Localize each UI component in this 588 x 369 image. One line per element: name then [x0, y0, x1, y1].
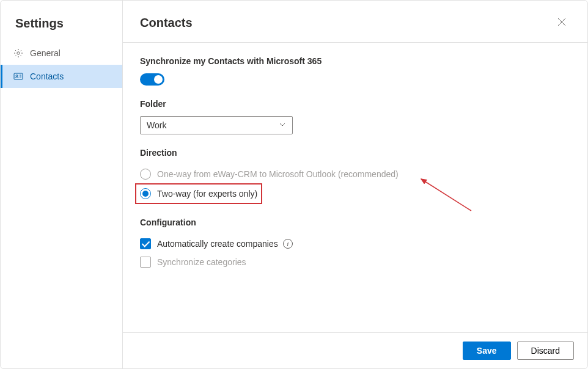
checkbox-icon: [140, 238, 151, 249]
config-auto-companies[interactable]: Automatically create companies i: [140, 235, 570, 253]
sync-label: Synchronize my Contacts with Microsoft 3…: [140, 56, 570, 66]
page-title: Contacts: [140, 16, 193, 30]
content-area: Synchronize my Contacts with Microsoft 3…: [123, 43, 587, 332]
direction-option-oneway[interactable]: One-way from eWay-CRM to Microsoft Outlo…: [140, 165, 570, 183]
sidebar-title: Settings: [1, 12, 122, 42]
radio-label: Two-way (for experts only): [157, 189, 257, 199]
checkbox-icon: [140, 257, 151, 268]
info-icon[interactable]: i: [283, 239, 293, 249]
close-button[interactable]: [553, 14, 570, 31]
sidebar-item-label: Contacts: [30, 71, 64, 81]
sync-toggle[interactable]: [140, 73, 164, 86]
discard-button[interactable]: Discard: [517, 342, 574, 360]
main-header: Contacts: [123, 1, 587, 43]
chevron-down-icon: [279, 120, 286, 130]
check-label: Automatically create companies: [157, 239, 278, 249]
footer: Save Discard: [123, 332, 587, 368]
radio-icon: [140, 188, 151, 199]
save-button[interactable]: Save: [463, 342, 511, 360]
highlight-annotation: Two-way (for experts only): [135, 183, 262, 204]
svg-point-0: [17, 52, 20, 54]
configuration-label: Configuration: [140, 217, 570, 227]
svg-rect-1: [14, 73, 23, 79]
direction-label: Direction: [140, 148, 570, 158]
radio-label: One-way from eWay-CRM to Microsoft Outlo…: [157, 169, 399, 179]
sidebar-item-general[interactable]: General: [1, 42, 122, 65]
svg-point-2: [16, 75, 18, 77]
sidebar-item-label: General: [30, 48, 61, 58]
folder-dropdown[interactable]: Work: [140, 116, 293, 134]
check-label: Synchronize categories: [157, 257, 246, 267]
sidebar-item-contacts[interactable]: Contacts: [1, 65, 122, 88]
direction-option-twoway[interactable]: Two-way (for experts only): [140, 187, 257, 200]
config-sync-categories[interactable]: Synchronize categories: [140, 253, 570, 271]
radio-icon: [140, 169, 151, 180]
folder-label: Folder: [140, 99, 570, 109]
main-panel: Contacts Synchronize my Contacts with Mi…: [123, 1, 587, 368]
folder-value: Work: [147, 120, 166, 130]
svg-line-4: [421, 179, 471, 211]
close-icon: [557, 18, 566, 28]
sidebar: Settings General Contacts: [1, 1, 123, 368]
gear-icon: [13, 48, 24, 59]
contact-card-icon: [13, 71, 24, 82]
